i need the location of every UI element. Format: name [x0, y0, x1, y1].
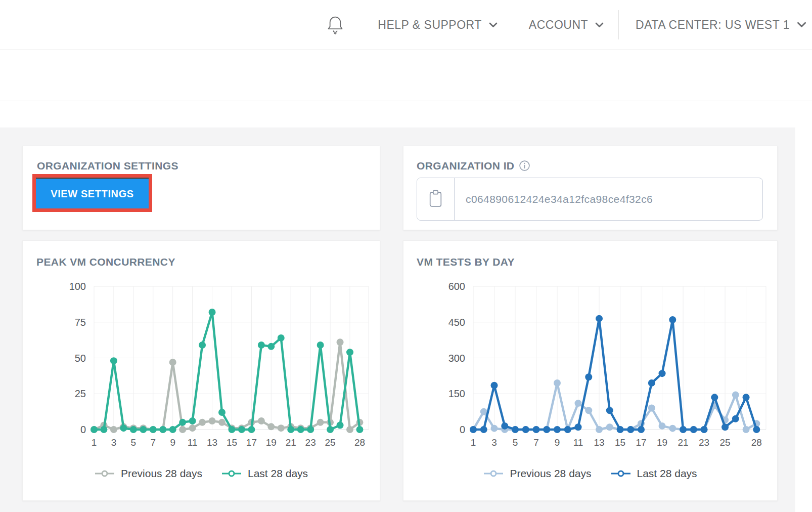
- chart-legend: Previous 28 days Last 28 days: [403, 467, 777, 480]
- nav-help-support[interactable]: HELP & SUPPORT: [378, 18, 498, 32]
- legend-label: Last 28 days: [637, 467, 697, 480]
- svg-text:13: 13: [207, 437, 217, 448]
- svg-text:5: 5: [513, 437, 518, 448]
- svg-text:11: 11: [573, 437, 583, 448]
- svg-text:28: 28: [751, 437, 762, 448]
- nav-help-support-label: HELP & SUPPORT: [378, 18, 482, 32]
- nav-account-label: ACCOUNT: [529, 18, 588, 32]
- peak-vm-concurrency-title: PEAK VM CONCURRENCY: [36, 256, 175, 268]
- top-navigation-bar: HELP & SUPPORT ACCOUNT DATA CENTER: US W…: [0, 0, 812, 50]
- legend-item-previous-28-days[interactable]: Previous 28 days: [95, 467, 202, 480]
- legend-label: Previous 28 days: [510, 467, 591, 480]
- legend-item-last-28-days[interactable]: Last 28 days: [611, 467, 697, 480]
- svg-text:17: 17: [636, 437, 646, 448]
- svg-text:3: 3: [111, 437, 117, 448]
- svg-text:28: 28: [354, 437, 365, 448]
- legend-marker-icon: [483, 470, 504, 477]
- content-top-strip: [0, 101, 812, 127]
- notifications-button[interactable]: [326, 15, 344, 34]
- svg-text:9: 9: [170, 437, 175, 448]
- svg-text:19: 19: [657, 437, 667, 448]
- svg-text:7: 7: [150, 437, 156, 448]
- copy-to-clipboard-button[interactable]: [417, 178, 455, 220]
- vm-tests-by-day-title: VM TESTS BY DAY: [417, 256, 515, 268]
- highlight-box: VIEW SETTINGS: [32, 174, 152, 212]
- legend-label: Previous 28 days: [121, 467, 202, 480]
- svg-text:13: 13: [594, 437, 604, 448]
- chevron-down-icon: [489, 22, 498, 28]
- clipboard-icon: [428, 190, 443, 208]
- organization-id-value[interactable]: c064890612424e34a12fca98ce4f32c6: [455, 178, 762, 220]
- nav-account[interactable]: ACCOUNT: [529, 18, 604, 32]
- organization-settings-card: ORGANIZATION SETTINGS VIEW SETTINGS: [22, 146, 380, 230]
- svg-text:15: 15: [227, 437, 237, 448]
- bell-icon: [326, 15, 344, 34]
- svg-text:50: 50: [75, 353, 86, 364]
- nav-data-center[interactable]: DATA CENTER: US WEST 1: [636, 18, 806, 32]
- organization-id-title: ORGANIZATION ID: [417, 160, 514, 172]
- svg-text:0: 0: [80, 424, 86, 435]
- legend-marker-icon: [221, 470, 242, 477]
- svg-text:21: 21: [678, 437, 688, 448]
- organization-id-field: c064890612424e34a12fca98ce4f32c6: [417, 178, 763, 221]
- svg-text:0: 0: [460, 424, 465, 435]
- chart-legend: Previous 28 days Last 28 days: [23, 467, 380, 480]
- vm-tests-by-day-chart: 015030045060013579111315171921232528: [403, 281, 778, 458]
- legend-label: Last 28 days: [248, 467, 308, 480]
- organization-id-card: ORGANIZATION ID c064890612424e34a12fca98…: [403, 146, 778, 230]
- svg-text:25: 25: [719, 437, 730, 448]
- svg-text:1: 1: [471, 437, 476, 448]
- svg-text:25: 25: [75, 388, 86, 399]
- svg-text:5: 5: [131, 437, 137, 448]
- svg-text:300: 300: [448, 353, 465, 364]
- svg-text:9: 9: [555, 437, 560, 448]
- svg-text:7: 7: [533, 437, 539, 448]
- info-icon[interactable]: [519, 160, 530, 172]
- peak-vm-concurrency-chart: 025507510013579111315171921232528: [23, 281, 381, 458]
- svg-text:19: 19: [266, 437, 277, 448]
- chevron-down-icon: [797, 22, 806, 28]
- svg-text:21: 21: [286, 437, 296, 448]
- svg-text:100: 100: [69, 281, 86, 292]
- svg-text:75: 75: [75, 317, 86, 328]
- svg-text:150: 150: [448, 388, 465, 399]
- svg-text:17: 17: [246, 437, 257, 448]
- view-settings-button[interactable]: VIEW SETTINGS: [36, 178, 149, 208]
- legend-item-previous-28-days[interactable]: Previous 28 days: [483, 467, 591, 480]
- svg-text:600: 600: [448, 281, 465, 292]
- page-header-band: [0, 51, 812, 101]
- svg-text:11: 11: [188, 437, 198, 448]
- vm-tests-by-day-card: VM TESTS BY DAY 015030045060013579111315…: [403, 240, 778, 501]
- svg-text:1: 1: [92, 437, 97, 448]
- legend-item-last-28-days[interactable]: Last 28 days: [221, 467, 308, 480]
- nav-data-center-label: DATA CENTER: US WEST 1: [636, 18, 790, 32]
- organization-settings-title: ORGANIZATION SETTINGS: [37, 160, 178, 172]
- chevron-down-icon: [595, 22, 604, 28]
- nav-divider: [618, 10, 619, 39]
- svg-text:25: 25: [325, 437, 336, 448]
- svg-text:3: 3: [491, 437, 497, 448]
- svg-text:450: 450: [448, 317, 465, 328]
- svg-text:23: 23: [699, 437, 709, 448]
- legend-marker-icon: [611, 470, 631, 477]
- svg-text:15: 15: [615, 437, 625, 448]
- peak-vm-concurrency-card: PEAK VM CONCURRENCY 02550751001357911131…: [22, 240, 380, 501]
- svg-text:23: 23: [305, 437, 316, 448]
- legend-marker-icon: [95, 470, 115, 477]
